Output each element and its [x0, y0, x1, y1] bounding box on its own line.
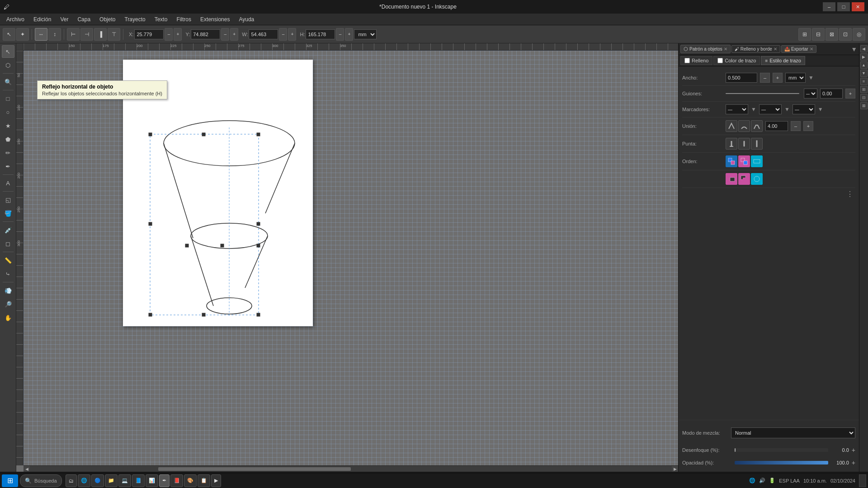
close-button[interactable]: ✕: [852, 2, 864, 11]
x-input[interactable]: [134, 29, 164, 39]
menu-filtros[interactable]: Filtros: [172, 15, 196, 24]
union-miter-btn[interactable]: [726, 120, 737, 132]
h-input[interactable]: [306, 29, 335, 39]
union-minus-btn[interactable]: –: [791, 121, 801, 131]
guiones-plus-btn[interactable]: +: [845, 89, 855, 99]
desenfoque-plus-btn[interactable]: +: [852, 446, 855, 454]
menu-capa[interactable]: Capa: [73, 15, 95, 24]
gradient-tool-btn[interactable]: ◱: [2, 193, 14, 206]
node-tool-btn[interactable]: ✦: [16, 28, 29, 41]
punta-butt-btn[interactable]: [726, 138, 737, 150]
y-plus-btn[interactable]: +: [230, 28, 238, 41]
tab-export-close[interactable]: ✕: [810, 47, 813, 52]
snap-btn-1[interactable]: ⊞: [798, 28, 811, 41]
calligraphy-btn[interactable]: ✒: [2, 160, 14, 173]
w-input[interactable]: [249, 29, 278, 39]
taskbar-app10-btn[interactable]: 🎨: [184, 474, 197, 487]
subtab-estilo-trazo[interactable]: ≡ Estilo de trazo: [761, 56, 805, 65]
text-tool-btn[interactable]: A: [2, 177, 14, 189]
menu-extensiones[interactable]: Extensiones: [196, 15, 234, 24]
union-value-input[interactable]: [765, 121, 788, 131]
align-left-btn[interactable]: ⊢: [67, 28, 80, 41]
marker-mid-select[interactable]: —: [759, 104, 782, 114]
tab-export[interactable]: 📤 Exportar ✕: [781, 45, 816, 53]
zoom-btn[interactable]: 🔍: [2, 75, 14, 88]
show-desktop-btn[interactable]: [859, 474, 866, 487]
taskbar-search[interactable]: 🔍 Búsqueda: [20, 474, 62, 487]
opacidad-slider[interactable]: [735, 461, 828, 465]
unit-select[interactable]: mm px cm: [354, 29, 377, 39]
dash-style-select[interactable]: —: [804, 89, 817, 99]
circle-tool-btn[interactable]: ○: [2, 106, 14, 118]
w-plus-btn[interactable]: +: [288, 28, 296, 41]
measure-btn[interactable]: 📏: [2, 254, 14, 267]
snap-btn-3[interactable]: ⊠: [826, 28, 838, 41]
union-bevel-btn[interactable]: [751, 120, 763, 132]
erase-btn[interactable]: ◻: [2, 237, 14, 250]
snap-btn-2[interactable]: ⊟: [812, 28, 825, 41]
tab-pattern-close[interactable]: ✕: [724, 47, 727, 52]
poly-tool-btn[interactable]: ⬟: [2, 133, 14, 145]
menu-edicion[interactable]: Edición: [29, 15, 56, 24]
spray-btn[interactable]: 💨: [2, 284, 14, 297]
orden-btn-5[interactable]: [738, 173, 750, 185]
hscrollbar[interactable]: ◀ ▶: [24, 465, 678, 472]
ancho-minus-btn[interactable]: –: [760, 73, 770, 83]
menu-archivo[interactable]: Archivo: [2, 15, 29, 24]
ancho-unit-select[interactable]: mm px: [785, 73, 806, 83]
menu-trayecto[interactable]: Trayecto: [120, 15, 150, 24]
orden-btn-4[interactable]: [726, 173, 737, 185]
canvas-viewport[interactable]: Reflejo horizontal de objeto Reflejar lo…: [24, 51, 678, 465]
align-top-btn[interactable]: ⊤: [108, 28, 120, 41]
snap-btn-5[interactable]: ◎: [853, 28, 865, 41]
orden-btn-1[interactable]: [726, 155, 737, 167]
connector-btn[interactable]: ⤷: [2, 267, 14, 280]
edge-btn-1[interactable]: ◀: [860, 45, 868, 52]
taskbar-browser-btn[interactable]: 🌐: [78, 474, 90, 487]
edge-btn-4[interactable]: ▼: [860, 70, 868, 77]
orden-btn-3[interactable]: [751, 155, 763, 167]
color-trazo-checkbox[interactable]: [717, 58, 723, 63]
edge-btn-8[interactable]: ⊠: [860, 102, 868, 109]
hscroll-thumb[interactable]: [158, 467, 351, 471]
tab-fill-stroke-close[interactable]: ✕: [774, 47, 777, 52]
subtab-color-trazo[interactable]: Color de trazo: [713, 56, 760, 65]
punta-round-btn[interactable]: [738, 138, 750, 150]
panel-menu-btn[interactable]: ▼: [851, 46, 857, 53]
menu-ayuda[interactable]: Ayuda: [234, 15, 259, 24]
taskbar-app11-btn[interactable]: 📋: [198, 474, 210, 487]
taskbar-app3-btn[interactable]: 🔵: [91, 474, 104, 487]
relleno-checkbox[interactable]: [684, 58, 690, 63]
h-minus-btn[interactable]: –: [336, 28, 344, 41]
y-minus-btn[interactable]: –: [221, 28, 229, 41]
union-round-btn[interactable]: [738, 120, 750, 132]
eyedropper-btn[interactable]: 💉: [2, 224, 14, 236]
punta-square-btn[interactable]: [751, 138, 763, 150]
ancho-input[interactable]: [726, 73, 757, 83]
x-minus-btn[interactable]: –: [165, 28, 173, 41]
desenfoque-slider[interactable]: [735, 448, 828, 452]
minimize-button[interactable]: –: [823, 2, 835, 11]
taskbar-app9-btn[interactable]: 📕: [170, 474, 183, 487]
blend-mode-select[interactable]: Normal Multiply Screen: [731, 427, 855, 438]
marker-end-select[interactable]: —: [793, 104, 815, 114]
h-plus-btn[interactable]: +: [345, 28, 353, 41]
taskbar-app12-btn[interactable]: ▶: [211, 474, 221, 487]
taskbar-terminal-btn[interactable]: 💻: [118, 474, 131, 487]
rect-tool-btn[interactable]: □: [2, 92, 14, 105]
opacidad-plus-btn[interactable]: +: [852, 459, 855, 466]
zoom-btn-2[interactable]: 🔎: [2, 298, 14, 310]
taskbar-app7-btn[interactable]: 📊: [146, 474, 158, 487]
fill-tool-btn[interactable]: 🪣: [2, 207, 14, 220]
taskbar-inkscape-btn[interactable]: ✒: [159, 474, 170, 487]
taskbar-app6-btn[interactable]: 📘: [132, 474, 145, 487]
dash-line-display[interactable]: [726, 93, 799, 94]
maximize-button[interactable]: □: [837, 2, 850, 11]
hand-btn[interactable]: ✋: [2, 311, 14, 324]
tab-pattern[interactable]: ⬡ Patrón a objetos ✕: [680, 45, 731, 53]
taskbar-explorer-btn[interactable]: 📁: [105, 474, 118, 487]
scroll-right-btn[interactable]: ▶: [672, 466, 678, 472]
panel-options-btn[interactable]: ⋮: [844, 190, 855, 198]
edge-btn-2[interactable]: ▶: [860, 53, 868, 61]
drawing-canvas[interactable]: [123, 60, 313, 326]
